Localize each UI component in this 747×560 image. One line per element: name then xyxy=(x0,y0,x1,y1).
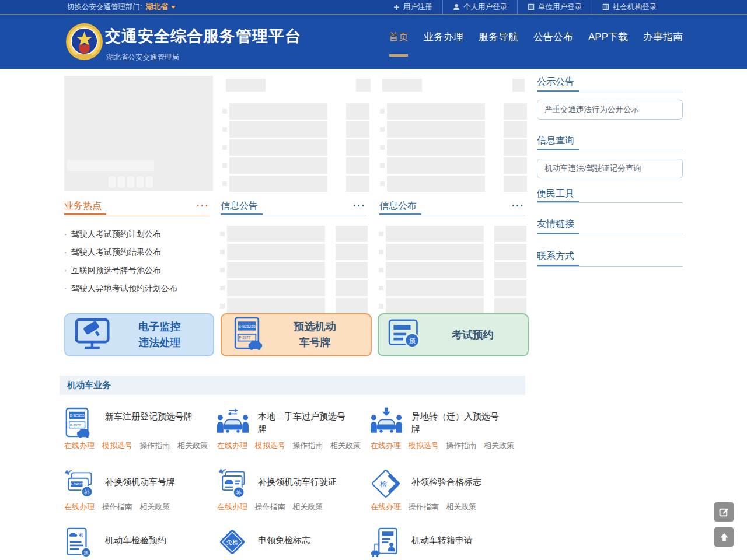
link-guide[interactable]: 操作指南 xyxy=(255,502,285,511)
surveillance-violation-card[interactable]: 电子监控 违法处理 xyxy=(64,313,214,356)
link-guide[interactable]: 操作指南 xyxy=(102,502,132,511)
item-title[interactable]: 补换领机动车行驶证 xyxy=(258,476,350,488)
item-title[interactable]: 补领检验合格标志 xyxy=(411,476,504,488)
item-title[interactable]: 申领免检标志 xyxy=(258,534,350,547)
personal-login-link[interactable]: 个人用户登录 xyxy=(442,0,517,15)
skeleton-heading xyxy=(226,79,266,92)
svg-text:B·925255: B·925255 xyxy=(238,324,256,328)
svg-text:F·2977: F·2977 xyxy=(70,424,81,427)
page: 切换公安交通管理部门: 湖北省 用户注册 个人用户登录 单位用户登录 社会机构登… xyxy=(0,0,747,560)
back-to-top-button[interactable] xyxy=(714,527,734,547)
divider xyxy=(221,214,366,215)
svg-text:A·D4265: A·D4265 xyxy=(70,482,83,486)
vehicle-section-header: 机动车业务 xyxy=(60,376,525,395)
nav-business[interactable]: 业务办理 xyxy=(424,15,463,69)
sidebar-title-notices: 公示公告 xyxy=(537,76,574,88)
people-car-exchange-icon xyxy=(217,407,251,442)
item-title[interactable]: 机动车检验预约 xyxy=(105,534,197,547)
link-simulate[interactable]: 模拟选号 xyxy=(255,441,285,450)
plate-preselection-card[interactable]: B·925255 F·2977 预选机动 车号牌 xyxy=(221,313,372,356)
skeleton-row xyxy=(386,262,484,278)
link-online[interactable]: 在线办理 xyxy=(217,441,247,450)
notice-more-button[interactable]: ··· xyxy=(353,201,366,211)
vehicle-item-used-transfer: 本地二手车过户预选号牌 在线办理 模拟选号 操作指南 相关政策 xyxy=(217,405,366,453)
link-online[interactable]: 在线办理 xyxy=(217,502,247,511)
publication-more-button[interactable]: ··· xyxy=(512,201,525,211)
nav-service-guide[interactable]: 服务导航 xyxy=(479,15,518,69)
link-online[interactable]: 在线办理 xyxy=(371,502,401,511)
hot-topics-more-button[interactable]: ··· xyxy=(197,201,210,211)
serious-violation-link[interactable]: 严重交通违法行为公开公示 xyxy=(537,100,683,120)
skeleton-row xyxy=(387,176,485,192)
nav-announcements[interactable]: 公告公布 xyxy=(533,15,573,69)
police-badge-logo xyxy=(65,22,104,61)
nav-app-download[interactable]: APP下载 xyxy=(588,15,628,69)
plate-renew-icon: A·D4265 补 xyxy=(64,468,98,503)
link-guide[interactable]: 操作指南 xyxy=(409,502,439,511)
item-title[interactable]: 新车注册登记预选号牌 xyxy=(105,411,197,423)
site-subtitle: 湖北省公安交通管理局 xyxy=(106,52,179,62)
link-policy[interactable]: 相关政策 xyxy=(330,441,361,450)
exam-appointment-card[interactable]: 预 考试预约 xyxy=(378,313,529,356)
item-title[interactable]: 补换领机动车号牌 xyxy=(105,476,197,488)
link-guide[interactable]: 操作指南 xyxy=(292,441,323,450)
exam-document-icon: 预 xyxy=(388,319,421,351)
skeleton-row xyxy=(229,176,327,192)
skeleton-row xyxy=(386,298,484,314)
vehicle-item-new-plate: B·925255 F·2977 新车注册登记预选号牌 在线办理 模拟选号 操作指… xyxy=(64,405,213,453)
item-title[interactable]: 异地转（迁）入预选号牌 xyxy=(411,411,504,435)
link-policy[interactable]: 相关政策 xyxy=(139,502,170,511)
header: 交通安全综合服务管理平台 湖北省公安交通管理局 首页 业务办理 服务导航 公告公… xyxy=(0,15,747,69)
link-online[interactable]: 在线办理 xyxy=(64,502,95,511)
vehicle-item-transfer-application: 机动车转籍申请 xyxy=(371,525,519,560)
svg-text:补: 补 xyxy=(236,490,242,496)
hot-topics-list: ·驾驶人考试预约计划公布 ·驾驶人考试预约结果公布 ·互联网预选号牌号池公布 ·… xyxy=(64,225,210,298)
svg-text:补: 补 xyxy=(83,489,90,495)
item-title[interactable]: 本地二手车过户预选号牌 xyxy=(258,411,350,435)
building-icon xyxy=(602,4,609,10)
hot-topic-link[interactable]: ·驾驶人异地考试预约计划公布 xyxy=(64,279,210,298)
transfer-document-icon xyxy=(371,527,404,560)
svg-text:检: 检 xyxy=(78,533,83,538)
link-guide[interactable]: 操作指南 xyxy=(139,441,170,450)
hot-topic-link[interactable]: ·互联网预选号牌号池公布 xyxy=(64,261,210,279)
link-simulate[interactable]: 模拟选号 xyxy=(102,441,132,450)
site-title: 交通安全综合服务管理平台 xyxy=(105,26,301,47)
arrow-up-icon xyxy=(719,532,729,542)
link-online[interactable]: 在线办理 xyxy=(371,441,401,450)
inspection-diamond-icon: 检 xyxy=(371,468,404,503)
hot-topic-link[interactable]: ·驾驶人考试预约结果公布 xyxy=(64,243,210,261)
org-login-link[interactable]: 社会机构登录 xyxy=(592,0,666,15)
unit-login-link[interactable]: 单位用户登录 xyxy=(517,0,592,15)
divider xyxy=(64,214,210,215)
violation-query-link[interactable]: 机动车违法/驾驶证记分查询 xyxy=(537,159,683,178)
link-policy[interactable]: 相关政策 xyxy=(446,502,476,511)
divider xyxy=(537,233,683,235)
hot-topic-link[interactable]: ·驾驶人考试预约计划公布 xyxy=(64,225,210,243)
link-guide[interactable]: 操作指南 xyxy=(446,441,476,450)
skeleton-row xyxy=(387,158,485,174)
nav-help-guide[interactable]: 办事指南 xyxy=(643,15,683,69)
nav-home[interactable]: 首页 xyxy=(389,15,409,69)
region-selector[interactable]: 湖北省 xyxy=(145,2,176,12)
skeleton-row xyxy=(229,103,327,120)
svg-text:免检: 免检 xyxy=(226,539,238,545)
skeleton-more xyxy=(512,79,525,92)
skeleton-row xyxy=(387,139,485,156)
feedback-button[interactable] xyxy=(714,502,734,522)
link-policy[interactable]: 相关政策 xyxy=(177,441,208,450)
skeleton-row xyxy=(229,139,327,156)
skeleton-row xyxy=(227,280,325,296)
caret-down-icon xyxy=(171,6,176,9)
vehicle-item-transfer-in: 异地转（迁）入预选号牌 在线办理 模拟选号 操作指南 相关政策 xyxy=(371,405,519,453)
link-policy[interactable]: 相关政策 xyxy=(292,502,323,511)
svg-text:F·2977: F·2977 xyxy=(239,335,250,340)
link-online[interactable]: 在线办理 xyxy=(64,441,95,450)
carousel-placeholder xyxy=(64,76,213,191)
link-policy[interactable]: 相关政策 xyxy=(484,441,514,450)
sidebar-title-contact: 联系方式 xyxy=(537,250,574,262)
link-simulate[interactable]: 模拟选号 xyxy=(409,441,439,450)
register-link[interactable]: 用户注册 xyxy=(383,0,442,15)
item-title[interactable]: 机动车转籍申请 xyxy=(411,534,504,547)
svg-text:预: 预 xyxy=(83,550,88,555)
